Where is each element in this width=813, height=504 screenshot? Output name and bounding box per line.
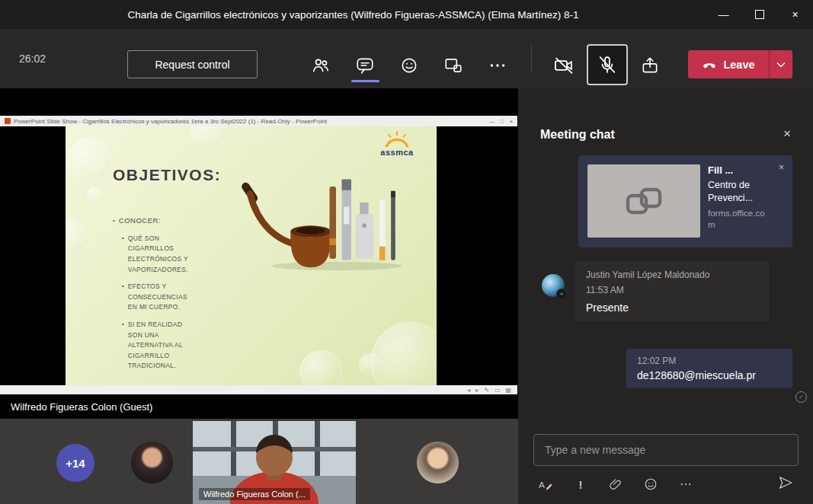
presenter-name: Wilfredo Figueras Colon (Guest) xyxy=(11,401,152,413)
more-compose-button[interactable] xyxy=(678,477,693,492)
breakout-rooms-icon xyxy=(443,56,463,75)
ppt-window-controls: — □ × xyxy=(489,119,513,124)
ppt-pen-icon: ✎ xyxy=(484,387,489,394)
sub-bullet: • EFECTOS Y CONSECUENCIAS EN MI CUERPO. xyxy=(122,282,195,313)
message-text: de128680@miescuela.pr xyxy=(637,369,782,381)
link-preview-card[interactable]: Fill ... Centro de Prevenci... forms.off… xyxy=(587,164,783,238)
chat-button[interactable] xyxy=(352,53,378,78)
close-icon: × xyxy=(779,162,784,173)
leave-button-main[interactable]: Leave xyxy=(688,57,769,72)
breakout-rooms-button[interactable] xyxy=(440,53,466,78)
svg-text:A: A xyxy=(539,480,545,490)
link-title: Fill ... xyxy=(708,164,767,176)
overflow-count: +14 xyxy=(66,457,85,470)
ppt-next-slide-icon: ▸ xyxy=(475,387,479,394)
link-meta: Fill ... Centro de Prevenci... forms.off… xyxy=(708,164,767,238)
attach-button[interactable] xyxy=(608,477,623,492)
close-icon: × xyxy=(783,126,791,141)
chat-icon xyxy=(355,56,375,75)
format-button[interactable]: A xyxy=(538,477,553,492)
window-titlebar: Charla de Cigarrillos electrónicos y vap… xyxy=(0,0,813,29)
emoji-button[interactable] xyxy=(643,477,658,492)
participants-button[interactable] xyxy=(308,53,334,78)
message-text: Presente xyxy=(586,301,759,314)
more-options-icon xyxy=(488,56,507,75)
chat-message-own: 12:02 PM de128680@miescuela.pr xyxy=(626,349,792,388)
send-button[interactable] xyxy=(778,475,793,493)
maximize-icon xyxy=(755,10,764,19)
request-control-button[interactable]: Request control xyxy=(127,50,258,78)
meeting-toolbar: 26:02 Request control xyxy=(0,29,813,88)
presenter-name-bar: Wilfredo Figueras Colon (Guest) xyxy=(0,394,518,419)
participant-video-tile[interactable]: Wilfredo Figueras Colon (... xyxy=(193,421,356,504)
share-screen-button[interactable] xyxy=(637,53,663,78)
close-button[interactable]: × xyxy=(777,0,813,29)
participants-overflow-badge[interactable]: +14 xyxy=(56,444,94,482)
bubble-decoration xyxy=(370,322,437,385)
reactions-button[interactable] xyxy=(396,53,422,78)
link-preview-close-button[interactable]: × xyxy=(779,162,784,173)
sub-bullet: • QUÉ SON CIGARRILLOS ELECTRÓNICOS Y VAP… xyxy=(122,234,195,275)
chevron-down-icon xyxy=(776,62,786,68)
importance-icon: ! xyxy=(579,478,583,491)
message-time: 12:02 PM xyxy=(637,356,782,366)
format-icon: A xyxy=(538,477,553,491)
participant-avatar[interactable] xyxy=(417,442,459,483)
chat-panel-title: Meeting chat xyxy=(540,128,615,142)
share-screen-icon xyxy=(640,56,660,75)
importance-button[interactable]: ! xyxy=(573,477,588,492)
shared-powerpoint-window: PowerPoint Slide Show - Cigarrillos Elec… xyxy=(0,116,517,394)
chat-sender-avatar[interactable]: × xyxy=(542,274,565,297)
ppt-maximize-icon: □ xyxy=(501,119,504,124)
ppt-close-icon: × xyxy=(510,119,513,124)
slide: assmca OBJETIVOS: • CONOCER: • QUÉ SON C… xyxy=(66,126,437,385)
slide-title: OBJETIVOS: xyxy=(113,166,221,184)
ppt-titlebar: PowerPoint Slide Show - Cigarrillos Elec… xyxy=(0,116,517,126)
paperclip-icon xyxy=(609,477,623,491)
link-domain: forms.office.com xyxy=(708,208,767,231)
more-options-button[interactable] xyxy=(485,53,511,78)
bubble-decoration xyxy=(67,137,111,181)
window-controls: — × xyxy=(706,0,813,29)
leave-button[interactable]: Leave xyxy=(688,50,792,78)
send-icon xyxy=(778,475,793,490)
ppt-window-title: PowerPoint Slide Show - Cigarrillos Elec… xyxy=(14,118,486,125)
leave-options-button[interactable] xyxy=(770,62,792,68)
meeting-chat-panel: Meeting chat × Fill ... Centro de Preven… xyxy=(518,88,813,504)
more-options-icon xyxy=(679,477,693,491)
camera-toggle-button[interactable] xyxy=(551,53,577,78)
chat-close-button[interactable]: × xyxy=(783,126,791,142)
reactions-icon xyxy=(399,56,419,75)
ppt-minimize-icon: — xyxy=(489,119,495,124)
emoji-icon xyxy=(644,477,658,491)
maximize-button[interactable] xyxy=(741,0,777,29)
bubble-decoration xyxy=(66,219,88,253)
link-icon xyxy=(623,183,664,219)
video-participant-name: Wilfredo Figueras Colon (... xyxy=(199,488,310,500)
powerpoint-app-icon xyxy=(5,118,11,124)
participant-avatar[interactable] xyxy=(131,442,173,483)
toolbar-divider xyxy=(531,44,532,73)
compose-box xyxy=(533,434,799,466)
chat-active-indicator xyxy=(351,80,379,82)
camera-off-icon xyxy=(553,55,575,76)
compose-toolbar: A ! xyxy=(538,477,693,492)
assmca-sun-icon xyxy=(380,131,414,148)
presence-badge: × xyxy=(556,289,567,299)
mic-toggle-button[interactable] xyxy=(587,44,628,85)
message-author: Justin Yamil López Maldonado xyxy=(586,270,759,280)
sub-bullet: • SI EN REALIDAD SON UNA ALTERNATIVA AL … xyxy=(122,320,195,372)
minimize-button[interactable]: — xyxy=(706,0,741,29)
message-time: 11:53 AM xyxy=(586,285,759,295)
bullet-marker: • xyxy=(122,234,124,275)
ecigarette-devices-image xyxy=(235,174,409,314)
bubble-decoration xyxy=(87,187,102,203)
meeting-timer: 26:02 xyxy=(19,53,46,65)
link-description: Centro de Prevenci... xyxy=(708,179,767,205)
sub-bullet-text: EFECTOS Y CONSECUENCIAS EN MI CUERPO. xyxy=(128,282,195,313)
message-input[interactable] xyxy=(534,435,798,465)
sub-bullet-text: SI EN REALIDAD SON UNA ALTERNATIVA AL CI… xyxy=(128,320,195,372)
slide-bullet-list: • CONOCER: • QUÉ SON CIGARRILLOS ELECTRÓ… xyxy=(113,216,204,378)
ppt-statusbar: ◂ ▸ ✎ ▭ ▦ xyxy=(0,385,517,394)
close-icon: × xyxy=(792,8,798,21)
